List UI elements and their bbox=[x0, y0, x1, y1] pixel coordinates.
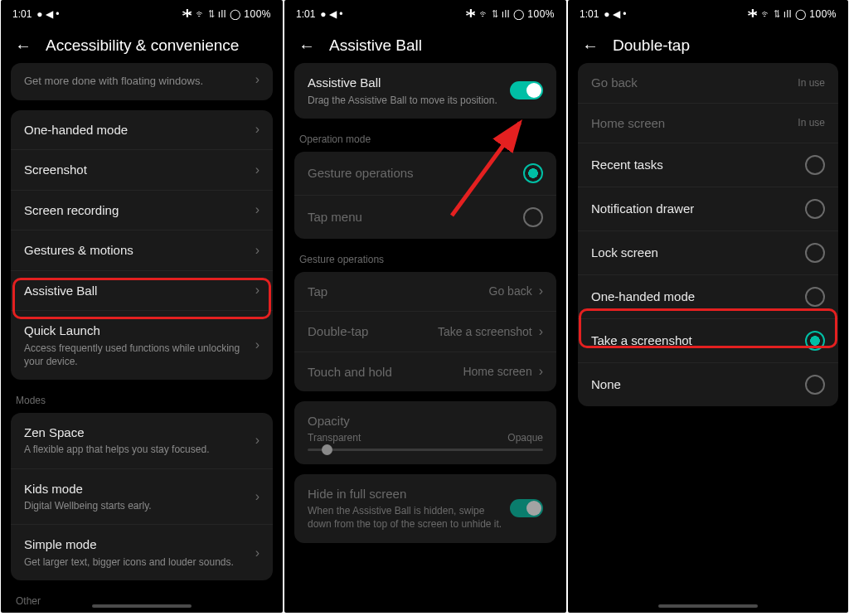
section-label-operation-mode: Operation mode bbox=[294, 129, 556, 152]
chevron-right-icon: › bbox=[539, 324, 543, 339]
back-arrow-icon[interactable]: ← bbox=[14, 36, 32, 55]
page-title: Double-tap bbox=[613, 36, 690, 55]
card-split-screen-remnant[interactable]: Get more done with floating windows. › bbox=[11, 63, 273, 100]
status-sys-icons: ✱ ᯤ ⇅ ıll ◯ bbox=[466, 8, 525, 20]
status-time: 1:01 bbox=[296, 8, 315, 20]
radio-icon[interactable] bbox=[805, 331, 825, 351]
page-title: Assistive Ball bbox=[329, 36, 422, 55]
radio-icon[interactable] bbox=[523, 163, 543, 183]
row-simple-mode[interactable]: Simple modeGet larger text, bigger icons… bbox=[11, 524, 273, 580]
row-gesture-operations[interactable]: Gesture operations bbox=[294, 152, 556, 195]
row-screen-recording[interactable]: Screen recording› bbox=[11, 190, 273, 230]
toggle-assistive-ball[interactable] bbox=[510, 81, 543, 99]
section-label-other: Other bbox=[11, 590, 273, 613]
status-battery: 100% bbox=[809, 8, 837, 20]
card-opacity: Opacity TransparentOpaque bbox=[294, 401, 556, 464]
radio-icon[interactable] bbox=[805, 199, 825, 219]
card-convenience: One-handed mode› Screenshot› Screen reco… bbox=[11, 110, 273, 380]
row-gestures-motions[interactable]: Gestures & motions› bbox=[11, 230, 273, 270]
status-battery: 100% bbox=[244, 8, 271, 20]
row-go-back: Go backIn use bbox=[578, 63, 838, 103]
chevron-right-icon: › bbox=[255, 202, 260, 217]
status-notif-icons: ● ◀ • bbox=[320, 8, 342, 20]
chevron-right-icon: › bbox=[539, 364, 543, 379]
row-opacity[interactable]: Opacity TransparentOpaque bbox=[294, 401, 556, 464]
card-gesture-operations: TapGo back› Double-tapTake a screenshot›… bbox=[294, 272, 556, 392]
card-operation-mode: Gesture operations Tap menu bbox=[294, 152, 556, 239]
toggle-hide-fullscreen[interactable] bbox=[510, 499, 543, 517]
row-quick-launch[interactable]: Quick LaunchAccess frequently used funct… bbox=[11, 310, 273, 380]
row-tap-menu[interactable]: Tap menu bbox=[294, 195, 556, 239]
row-kids-mode[interactable]: Kids modeDigital Wellbeing starts early.… bbox=[11, 468, 273, 525]
chevron-right-icon: › bbox=[255, 433, 260, 448]
chevron-right-icon: › bbox=[255, 489, 260, 504]
row-screenshot[interactable]: Screenshot› bbox=[11, 149, 273, 190]
row-double-tap[interactable]: Double-tapTake a screenshot› bbox=[294, 311, 556, 352]
screen-assistive-ball: 1:01● ◀ • ✱ ᯤ ⇅ ıll ◯100% ← Assistive Ba… bbox=[284, 0, 566, 613]
chevron-right-icon: › bbox=[255, 122, 260, 137]
row-tap[interactable]: TapGo back› bbox=[294, 272, 556, 312]
status-battery: 100% bbox=[527, 8, 555, 20]
card-assistive-toggle: Assistive BallDrag the Assistive Ball to… bbox=[294, 63, 556, 119]
screen-accessibility: 1:01● ◀ • ✱ ᯤ ⇅ ıll ◯100% ← Accessibilit… bbox=[1, 0, 283, 613]
status-notif-icons: ● ◀ • bbox=[604, 8, 626, 20]
opacity-slider[interactable] bbox=[308, 449, 543, 451]
row-subtitle: Get more done with floating windows. bbox=[24, 74, 249, 89]
section-label-modes: Modes bbox=[11, 390, 273, 413]
back-arrow-icon[interactable]: ← bbox=[298, 36, 316, 55]
row-notification-drawer[interactable]: Notification drawer bbox=[578, 187, 838, 230]
row-none[interactable]: None bbox=[578, 362, 838, 406]
card-hide-fullscreen: Hide in full screenWhen the Assistive Ba… bbox=[294, 474, 556, 543]
status-bar: 1:01● ◀ • ✱ ᯤ ⇅ ıll ◯100% bbox=[1, 0, 283, 25]
radio-icon[interactable] bbox=[805, 375, 825, 395]
page-title: Accessibility & convenience bbox=[46, 36, 239, 55]
header: ← Double-tap bbox=[568, 25, 848, 63]
row-touch-hold[interactable]: Touch and holdHome screen› bbox=[294, 352, 556, 392]
status-sys-icons: ✱ ᯤ ⇅ ıll ◯ bbox=[748, 8, 807, 20]
chevron-right-icon: › bbox=[255, 546, 260, 560]
chevron-right-icon: › bbox=[255, 162, 260, 177]
back-arrow-icon[interactable]: ← bbox=[581, 36, 599, 55]
row-one-handed-mode[interactable]: One-handed mode› bbox=[11, 110, 273, 150]
status-bar: 1:01● ◀ • ✱ ᯤ ⇅ ıll ◯100% bbox=[568, 0, 848, 25]
radio-icon[interactable] bbox=[805, 155, 825, 175]
row-one-handed-mode[interactable]: One-handed mode bbox=[578, 274, 838, 318]
status-time: 1:01 bbox=[12, 8, 32, 20]
radio-icon[interactable] bbox=[805, 287, 825, 307]
card-double-tap-options: Go backIn use Home screenIn use Recent t… bbox=[578, 63, 838, 406]
row-recent-tasks[interactable]: Recent tasks bbox=[578, 143, 838, 187]
header: ← Assistive Ball bbox=[284, 25, 566, 63]
slider-thumb[interactable] bbox=[322, 444, 332, 455]
screen-double-tap: 1:01● ◀ • ✱ ᯤ ⇅ ıll ◯100% ← Double-tap G… bbox=[568, 0, 848, 613]
header: ← Accessibility & convenience bbox=[1, 25, 283, 63]
section-label-gesture-operations: Gesture operations bbox=[294, 249, 556, 272]
chevron-right-icon: › bbox=[255, 337, 260, 352]
row-hide-fullscreen[interactable]: Hide in full screenWhen the Assistive Ba… bbox=[294, 474, 556, 543]
row-assistive-ball[interactable]: Assistive Ball› bbox=[11, 270, 273, 311]
home-indicator[interactable] bbox=[658, 604, 758, 608]
row-take-screenshot[interactable]: Take a screenshot bbox=[578, 318, 838, 362]
chevron-right-icon: › bbox=[255, 283, 260, 298]
row-assistive-ball-toggle[interactable]: Assistive BallDrag the Assistive Ball to… bbox=[294, 63, 556, 119]
status-time: 1:01 bbox=[580, 8, 599, 20]
status-notif-icons: ● ◀ • bbox=[36, 8, 59, 20]
radio-icon[interactable] bbox=[805, 243, 825, 263]
row-lock-screen[interactable]: Lock screen bbox=[578, 230, 838, 274]
chevron-right-icon: › bbox=[255, 243, 260, 258]
row-zen-space[interactable]: Zen SpaceA flexible app that helps you s… bbox=[11, 413, 273, 468]
radio-icon[interactable] bbox=[523, 207, 543, 227]
home-indicator[interactable] bbox=[92, 604, 192, 608]
status-bar: 1:01● ◀ • ✱ ᯤ ⇅ ıll ◯100% bbox=[284, 0, 566, 25]
chevron-right-icon: › bbox=[255, 72, 260, 87]
chevron-right-icon: › bbox=[539, 284, 543, 298]
status-sys-icons: ✱ ᯤ ⇅ ıll ◯ bbox=[182, 8, 241, 20]
row-home-screen: Home screenIn use bbox=[578, 103, 838, 143]
card-modes: Zen SpaceA flexible app that helps you s… bbox=[11, 413, 273, 580]
